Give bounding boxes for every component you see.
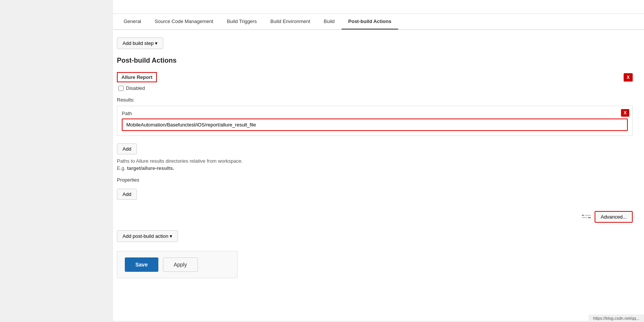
tab-build[interactable]: Build <box>317 14 342 29</box>
apply-button[interactable]: Apply <box>163 257 198 272</box>
properties-section: Properties Add <box>117 177 633 203</box>
tab-general[interactable]: General <box>117 14 148 29</box>
allure-report-label: Allure Report <box>117 72 157 82</box>
add-post-build-action-button[interactable]: Add post-build action ▾ <box>117 230 178 242</box>
path-container: X Path <box>117 106 633 136</box>
allure-report-container: Allure Report X Disabled Results: X Path… <box>117 72 633 223</box>
advanced-row: Advanced... <box>117 211 633 223</box>
add-build-step-button[interactable]: Add build step ▾ <box>117 37 163 49</box>
allure-report-header: Allure Report X <box>117 72 633 82</box>
allure-delete-button[interactable]: X <box>624 73 633 82</box>
path-input[interactable] <box>122 119 628 131</box>
tab-build-triggers[interactable]: Build Triggers <box>220 14 264 29</box>
hint-prefix: E.g. <box>117 165 127 171</box>
tab-post-build-actions[interactable]: Post-build Actions <box>342 14 398 29</box>
svg-rect-3 <box>588 217 591 218</box>
results-section: Results: X Path Add Paths to Allure resu… <box>117 97 633 171</box>
tab-source-code[interactable]: Source Code Management <box>148 14 220 29</box>
advanced-button[interactable]: Advanced... <box>595 211 633 223</box>
hint-bold: target/allure-results. <box>127 165 174 171</box>
status-bar: https://blog.csdn.net/qq... <box>589 314 644 321</box>
svg-rect-2 <box>582 217 587 218</box>
section-title: Post-build Actions <box>117 57 633 65</box>
results-label: Results: <box>117 97 633 103</box>
tab-build-environment[interactable]: Build Environment <box>264 14 317 29</box>
hint-text-1: Paths to Allure results directories rela… <box>117 158 633 164</box>
add-properties-button[interactable]: Add <box>117 189 137 200</box>
left-sidebar <box>0 0 113 321</box>
save-button[interactable]: Save <box>125 257 158 272</box>
path-delete-button[interactable]: X <box>621 109 629 117</box>
properties-label: Properties <box>117 177 633 183</box>
svg-rect-1 <box>585 215 591 216</box>
disabled-label: Disabled <box>126 85 145 91</box>
path-label: Path <box>122 111 628 116</box>
add-path-button[interactable]: Add <box>117 143 137 154</box>
svg-rect-0 <box>582 215 584 216</box>
disabled-row: Disabled <box>117 85 633 91</box>
advanced-icon <box>582 213 591 221</box>
bottom-actions: Save Apply <box>117 251 238 278</box>
disabled-checkbox[interactable] <box>118 86 124 91</box>
hint-text-2: E.g. target/allure-results. <box>117 165 633 171</box>
